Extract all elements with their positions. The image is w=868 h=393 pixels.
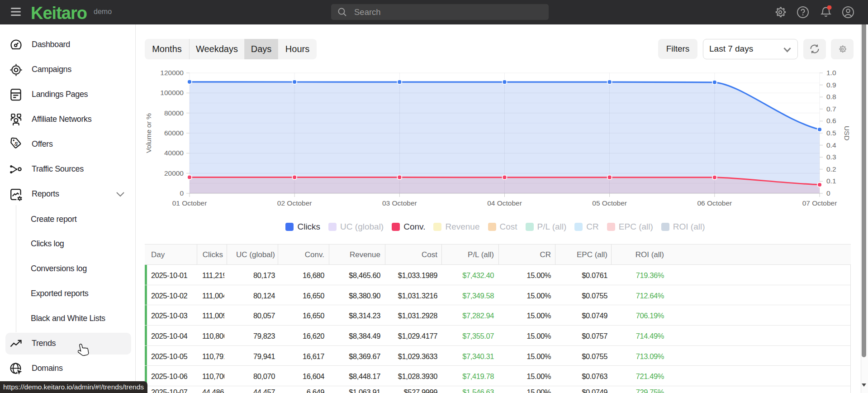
svg-text:0.6: 0.6 [826, 117, 836, 125]
svg-text:Volume or %: Volume or % [145, 113, 152, 153]
svg-text:02 October: 02 October [277, 199, 312, 207]
svg-text:80000: 80000 [164, 109, 184, 117]
svg-text:120000: 120000 [160, 69, 184, 77]
svg-text:20000: 20000 [164, 169, 184, 177]
svg-text:100000: 100000 [160, 89, 184, 96]
svg-text:0.1: 0.1 [826, 177, 836, 185]
svg-text:60000: 60000 [164, 129, 184, 137]
svg-text:04 October: 04 October [487, 199, 522, 207]
svg-text:0.3: 0.3 [826, 153, 836, 161]
svg-text:40000: 40000 [164, 149, 184, 157]
svg-text:USD: USD [843, 126, 851, 141]
svg-text:0.9: 0.9 [826, 81, 836, 89]
svg-text:1.0: 1.0 [826, 69, 836, 77]
svg-text:07 October: 07 October [802, 199, 837, 207]
svg-text:0.8: 0.8 [826, 93, 836, 101]
svg-text:0: 0 [826, 189, 830, 197]
svg-text:03 October: 03 October [382, 199, 417, 207]
svg-text:06 October: 06 October [697, 199, 732, 207]
svg-text:01 October: 01 October [172, 199, 207, 207]
svg-text:0.5: 0.5 [826, 129, 836, 137]
svg-text:05 October: 05 October [592, 199, 627, 207]
svg-text:0: 0 [180, 189, 184, 197]
svg-text:0.2: 0.2 [826, 165, 836, 173]
svg-text:0.7: 0.7 [826, 105, 836, 113]
svg-text:0.4: 0.4 [826, 141, 836, 149]
